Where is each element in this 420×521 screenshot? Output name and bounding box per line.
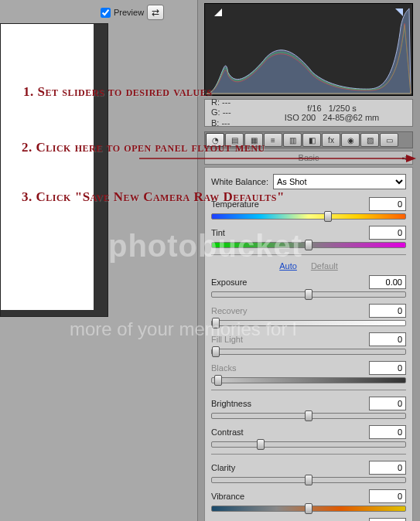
tab-presets[interactable]: ▨ (360, 133, 379, 147)
exposure-slider[interactable] (211, 291, 406, 298)
brightness-handle[interactable] (305, 410, 312, 421)
exif-lens: 24-85@62 mm (323, 113, 379, 122)
contrast-slider[interactable] (211, 441, 406, 448)
vibrance-handle[interactable] (305, 503, 312, 514)
vibrance-label: Vibrance (211, 492, 244, 501)
contrast-label: Contrast (211, 427, 244, 437)
tint-value[interactable] (369, 226, 406, 240)
recovery-slider[interactable] (211, 320, 406, 326)
panel-title: Basic (299, 153, 319, 162)
highlight-clip-icon[interactable] (395, 9, 403, 16)
swap-view-button[interactable]: ⇄ (147, 5, 164, 20)
exif-shutter: 1/250 s (329, 104, 357, 113)
recovery-value[interactable] (369, 304, 406, 318)
histogram[interactable] (204, 3, 413, 96)
brightness-value[interactable] (369, 397, 406, 410)
canvas-paper (1, 24, 94, 310)
temperature-handle[interactable] (324, 211, 332, 222)
exposure-value[interactable] (369, 275, 406, 289)
rgb-b: B: --- (211, 118, 258, 128)
wb-select[interactable]: As Shot (273, 174, 406, 189)
filllight-value[interactable] (369, 332, 406, 346)
recovery-label: Recovery (211, 306, 247, 315)
filllight-handle[interactable] (212, 346, 220, 357)
brightness-label: Brightness (211, 399, 251, 408)
contrast-value[interactable] (369, 425, 406, 439)
recovery-handle[interactable] (212, 318, 220, 329)
tab-fx[interactable]: fx (322, 133, 340, 147)
preview-checkbox[interactable] (101, 8, 111, 18)
vibrance-value[interactable] (369, 489, 406, 503)
basic-panel: White Balance: As Shot Temperature Tint (204, 167, 413, 521)
filllight-label: Fill Light (211, 335, 243, 344)
exif-aperture: f/16 (307, 104, 321, 113)
contrast-handle[interactable] (257, 439, 265, 450)
wb-label: White Balance: (211, 177, 268, 186)
panel-flyout-icon[interactable]: ▪≡ (402, 154, 409, 162)
preview-label: Preview (114, 8, 144, 17)
tab-basic[interactable]: ◔ (206, 133, 224, 147)
tab-hsl[interactable]: ≡ (264, 133, 282, 147)
clarity-handle[interactable] (305, 475, 312, 485)
exposure-handle[interactable] (305, 289, 312, 300)
tab-snapshots[interactable]: ▭ (380, 133, 398, 147)
tab-camera[interactable]: ◉ (341, 133, 360, 147)
shadow-clip-icon[interactable] (214, 9, 222, 16)
saturation-value[interactable] (369, 518, 406, 521)
temperature-label: Temperature (211, 199, 259, 209)
tab-strip: ◔ ▤ ▦ ≡ ▥ ◧ fx ◉ ▨ ▭ (204, 131, 413, 148)
tab-curve[interactable]: ▤ (225, 133, 244, 147)
blacks-handle[interactable] (214, 375, 222, 386)
exif-iso: ISO 200 (285, 113, 316, 122)
tab-detail[interactable]: ▦ (244, 133, 263, 147)
vibrance-slider[interactable] (211, 506, 406, 512)
exif-readout: R: --- G: --- B: --- f/16 1/250 s ISO 20… (204, 99, 413, 127)
blacks-label: Blacks (211, 363, 236, 373)
rgb-r: R: --- (211, 97, 258, 107)
tab-split[interactable]: ▥ (283, 133, 302, 147)
temperature-value[interactable] (369, 197, 406, 211)
blacks-value[interactable] (369, 361, 406, 375)
tint-slider[interactable] (211, 242, 406, 248)
brightness-slider[interactable] (211, 413, 406, 419)
clarity-value[interactable] (369, 461, 406, 475)
auto-link[interactable]: Auto (279, 261, 297, 271)
rgb-g: G: --- (211, 107, 258, 117)
image-canvas[interactable] (0, 23, 108, 317)
panel-header: Basic ▪≡ (204, 151, 413, 165)
temperature-slider[interactable] (211, 213, 406, 220)
blacks-slider[interactable] (211, 377, 406, 383)
clarity-slider[interactable] (211, 477, 406, 483)
tint-label: Tint (211, 228, 225, 237)
filllight-slider[interactable] (211, 349, 406, 355)
exposure-label: Exposure (211, 278, 247, 287)
clarity-label: Clarity (211, 463, 235, 472)
tint-handle[interactable] (305, 240, 312, 250)
tab-lens[interactable]: ◧ (302, 133, 321, 147)
default-link[interactable]: Default (311, 261, 338, 271)
